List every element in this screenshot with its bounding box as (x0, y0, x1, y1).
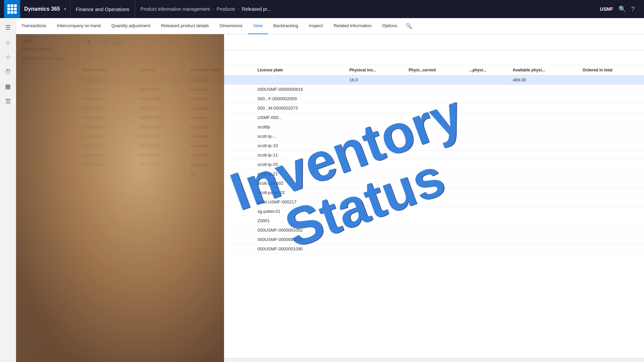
table-cell (465, 75, 509, 85)
question-icon[interactable]: ? (631, 6, 635, 13)
table-cell (345, 141, 405, 150)
table-cell: scott-lp-... (254, 132, 345, 141)
nav-qty-adjustment[interactable]: Quantity adjustment (106, 18, 156, 34)
table-cell (465, 141, 509, 150)
breadcrumb-sep-2: › (238, 7, 239, 11)
sidebar-modules-icon[interactable]: ☰ (1, 95, 15, 108)
sidebar-home-icon[interactable]: ⌂ (1, 36, 15, 49)
table-cell (508, 141, 578, 150)
table-cell (579, 197, 644, 207)
table-cell (405, 94, 465, 104)
app-grid-button[interactable] (4, 0, 20, 18)
table-cell (465, 122, 509, 132)
table-cell (579, 179, 644, 188)
table-cell (465, 197, 509, 207)
table-cell (465, 104, 509, 113)
table-cell (405, 160, 465, 169)
table-cell (465, 160, 509, 169)
table-cell (508, 226, 578, 235)
table-cell (579, 122, 644, 132)
app-grid-icon (7, 4, 17, 14)
table-cell (345, 179, 405, 188)
finance-ops-section: Finance and Operations (70, 0, 135, 18)
table-cell (345, 150, 405, 160)
table-cell: scott-lp-21 (254, 169, 345, 179)
nav-view[interactable]: View (248, 18, 268, 34)
table-cell (405, 122, 465, 132)
table-cell (345, 104, 405, 113)
table-cell (508, 216, 578, 226)
nav-backtracking[interactable]: Backtracking (268, 18, 304, 34)
table-cell: 000...F-0000002059 (254, 94, 345, 104)
table-cell (579, 104, 644, 113)
table-cell (405, 197, 465, 207)
nav-intercompany[interactable]: Intercompany on-hand (52, 18, 106, 34)
table-cell (345, 169, 405, 179)
table-cell (405, 85, 465, 94)
table-cell (405, 132, 465, 141)
table-cell (579, 132, 644, 141)
table-cell: sg-pallet-01 (254, 207, 345, 216)
table-cell (345, 216, 405, 226)
table-cell (508, 132, 578, 141)
table-cell (345, 122, 405, 132)
table-cell (465, 244, 509, 254)
sidebar-hamburger-icon[interactable]: ☰ (1, 21, 15, 34)
sidebar-recent-icon[interactable]: ⏱ (1, 65, 15, 78)
sidebar-favorites-icon[interactable]: ☆ (1, 50, 15, 64)
table-cell (508, 197, 578, 207)
table-cell (345, 132, 405, 141)
table-cell: 489.00 (508, 75, 578, 85)
table-cell (465, 113, 509, 122)
table-cell (405, 104, 465, 113)
table-cell (405, 169, 465, 179)
table-cell (579, 141, 644, 150)
table-cell (345, 188, 405, 197)
nav-transactions[interactable]: Transactions (16, 18, 52, 34)
table-cell (345, 235, 405, 244)
table-cell (465, 226, 509, 235)
table-cell (405, 244, 465, 254)
breadcrumb-released[interactable]: Released pr... (242, 6, 271, 12)
nav-search-icon[interactable]: 🔍 (406, 23, 412, 29)
table-cell (465, 216, 509, 226)
table-cell (405, 188, 465, 197)
breadcrumb: Product information management › Product… (135, 6, 600, 12)
dynamics-brand[interactable]: Dynamics 365 ▾ (20, 0, 70, 18)
nav-options[interactable]: Options (377, 18, 403, 34)
table-cell (345, 244, 405, 254)
table-cell (508, 169, 578, 179)
nav-released-details[interactable]: Released product details (156, 18, 214, 34)
table-cell (254, 75, 345, 85)
table-cell (579, 75, 644, 85)
finance-ops-label: Finance and Operations (76, 6, 129, 12)
table-cell: scott-USMF-000217 (254, 197, 345, 207)
breadcrumb-pim[interactable]: Product information management (141, 6, 210, 12)
col-avail-phys: Available physi... (508, 65, 578, 75)
nav-dimensions[interactable]: Dimensions (214, 18, 248, 34)
table-cell (465, 132, 509, 141)
table-cell: 16.0 (345, 75, 405, 85)
table-cell: 000USMF-0000001076 (254, 235, 345, 244)
usmf-label: USMF (600, 6, 613, 12)
col-license-plate: License plate (254, 65, 345, 75)
table-cell (579, 216, 644, 226)
table-cell (579, 113, 644, 122)
nav-inspect[interactable]: Inspect (304, 18, 328, 34)
table-cell (508, 179, 578, 188)
search-icon[interactable]: 🔍 (619, 5, 626, 13)
breadcrumb-products[interactable]: Products (217, 6, 235, 12)
table-cell (579, 150, 644, 160)
table-cell (345, 160, 405, 169)
breadcrumb-sep-1: › (213, 7, 214, 11)
table-cell: 000USMF-0000001090 (254, 244, 345, 254)
sidebar-workspaces-icon[interactable]: ▦ (1, 80, 15, 93)
table-cell (465, 94, 509, 104)
top-right: USMF 🔍 ? (600, 5, 640, 13)
nav-related[interactable]: Related information (328, 18, 377, 34)
table-cell (508, 85, 578, 94)
table-cell (405, 235, 465, 244)
table-cell (579, 235, 644, 244)
table-cell (465, 150, 509, 160)
col-phys-inv: Physical inv... (345, 65, 405, 75)
